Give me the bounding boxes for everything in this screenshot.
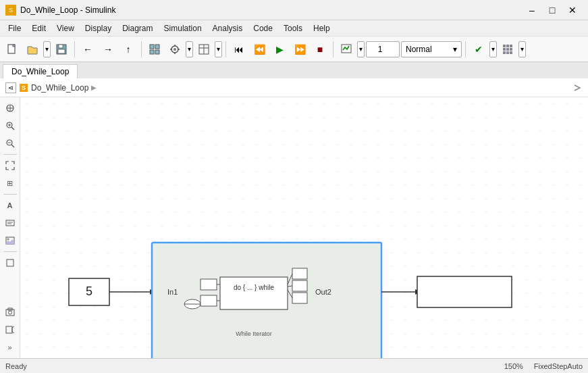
svg-point-47 [8,311,11,314]
pan-button[interactable]: ⊞ [2,175,18,191]
menu-display[interactable]: Display [80,22,117,34]
svg-point-9 [173,48,176,51]
breadcrumb-label: Do_While_Loop [31,83,88,93]
menu-view[interactable]: View [51,22,80,34]
scope-dropdown[interactable]: ▾ [357,41,365,57]
tab-label: Do_While_Loop [11,67,69,76]
block-button[interactable] [2,255,18,271]
menu-simulation[interactable]: Simulation [159,22,207,34]
svg-rect-26 [510,51,512,54]
image-button[interactable] [2,232,18,249]
menu-file[interactable]: File [3,22,26,34]
text-button[interactable]: A [2,197,18,214]
table-button[interactable] [194,40,213,59]
block-constant-5[interactable]: 5 [69,278,109,305]
scope-button[interactable] [337,40,356,59]
breadcrumb-expand-btn[interactable]: ⊲ [5,82,16,93]
sub-out-block-3[interactable] [292,293,307,303]
step-back-button[interactable]: ⏮ [230,40,248,59]
fit-view-button[interactable] [2,157,18,174]
app-icon: S [5,5,16,16]
svg-rect-4 [150,45,154,49]
grid-dropdown[interactable]: ▾ [518,41,526,57]
up-button[interactable]: ↑ [119,40,138,59]
record-button[interactable] [2,322,18,338]
sub-out-block-1[interactable] [292,268,307,279]
block-output-display[interactable] [417,276,512,307]
sim-time-input[interactable]: 1 [366,41,400,57]
table-dropdown[interactable]: ▾ [215,41,222,57]
tab-bar: Do_While_Loop [0,62,588,78]
sub-block-2[interactable] [201,295,217,306]
settings-dropdown[interactable]: ▾ [186,41,193,57]
svg-rect-5 [155,45,159,49]
svg-line-37 [11,145,14,147]
new-button[interactable] [3,40,22,59]
zoom-out-button[interactable] [2,135,18,151]
svg-rect-40 [6,220,14,226]
menu-code[interactable]: Code [248,22,278,34]
canvas-area[interactable]: 5 In1 do { ... } while While Itera [20,97,588,358]
undo-button[interactable]: ← [78,40,97,59]
validate-button[interactable]: ✔ [469,40,488,59]
toolbar-sep-4 [333,41,333,57]
status-bar: Ready 150% FixedStepAuto [0,358,588,373]
do-while-block[interactable] [220,277,288,309]
settings-button[interactable] [165,40,184,59]
svg-rect-21 [503,48,506,51]
svg-rect-25 [506,51,509,54]
stop-button[interactable]: ■ [311,40,329,59]
library-button[interactable] [145,40,164,59]
toolbar-sep-5 [465,41,466,57]
svg-rect-20 [510,45,512,47]
svg-rect-24 [503,51,506,54]
svg-rect-7 [155,50,159,54]
menu-diagram[interactable]: Diagram [117,22,158,34]
svg-rect-45 [7,259,14,266]
left-toolbar: ⊞ A » [0,97,20,358]
grid-button[interactable] [498,40,517,59]
left-toolbar-sep-1 [3,154,17,155]
screenshot-button[interactable] [2,304,18,320]
minimize-button[interactable]: – [522,3,542,18]
menu-analysis[interactable]: Analysis [207,22,248,34]
reverse-button[interactable]: ⏪ [250,40,269,59]
toolbar-sep-1 [74,41,75,57]
out2-label: Out2 [315,288,331,296]
annotation-button[interactable] [2,215,18,231]
menu-edit[interactable]: Edit [26,22,51,34]
zoom-in-button[interactable] [2,118,18,134]
svg-point-44 [7,239,9,241]
svg-rect-22 [506,48,509,51]
maximize-button[interactable]: □ [542,3,562,18]
run-button[interactable]: ▶ [270,40,289,59]
validate-dropdown[interactable]: ▾ [489,41,497,57]
menu-tools[interactable]: Tools [278,22,308,34]
open-button[interactable] [23,40,42,59]
close-button[interactable]: ✕ [562,3,583,18]
more-tools-button[interactable]: » [2,339,18,355]
sim-mode-arrow: ▾ [453,45,457,54]
step-forward-button[interactable]: ⏩ [290,40,309,59]
sim-mode-dropdown[interactable]: Normal ▾ [401,41,462,57]
menu-help[interactable]: Help [308,22,336,34]
title-bar: S Do_While_Loop - Simulink – □ ✕ [0,0,588,20]
svg-rect-3 [58,49,65,53]
sim-time-field[interactable]: 1 [367,45,394,54]
breadcrumb-item[interactable]: S Do_While_Loop ▶ [19,83,97,93]
left-toolbar-sep-2 [3,194,17,195]
select-tool-button[interactable] [2,100,18,116]
sub-block-1[interactable] [201,279,217,290]
toolbar: ▾ ← → ↑ ▾ ▾ ⏮ ⏪ ▶ ⏩ ■ ▾ 1 Normal ▾ [0,36,588,62]
open-dropdown[interactable]: ▾ [43,41,51,57]
simulink-icon: S [19,83,28,93]
menu-bar: File Edit View Display Diagram Simulatio… [0,20,588,36]
sub-out-block-2[interactable] [292,280,307,291]
main-area: ⊞ A » [0,97,588,358]
svg-text:S: S [22,84,26,91]
svg-rect-2 [59,45,63,48]
left-toolbar-sep-3 [3,251,17,252]
tab-do-while-loop[interactable]: Do_While_Loop [3,64,78,79]
save-button[interactable] [52,40,71,59]
redo-button[interactable]: → [99,40,117,59]
